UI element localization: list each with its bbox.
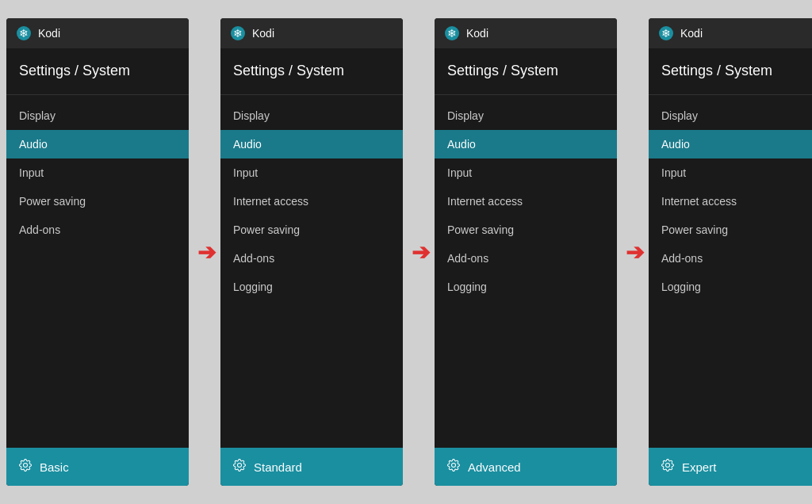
settings-header: Settings / System xyxy=(435,48,617,95)
settings-level-label: Standard xyxy=(254,460,302,474)
settings-header-text: Settings / System xyxy=(661,63,772,78)
gear-icon xyxy=(447,459,460,475)
menu-item-internet-access[interactable]: Internet access xyxy=(435,187,617,216)
settings-level-label: Basic xyxy=(40,460,69,474)
settings-header-text: Settings / System xyxy=(447,63,558,78)
svg-text:❄: ❄ xyxy=(447,27,457,40)
settings-level-footer[interactable]: Basic xyxy=(6,448,189,486)
menu-item-power-saving[interactable]: Power saving xyxy=(435,216,617,244)
titlebar: ❄ Kodi xyxy=(649,18,812,48)
screen-wrapper-3: ❄ Kodi Settings / SystemDisplayAudioInpu… xyxy=(649,18,812,486)
menu-item-power-saving[interactable]: Power saving xyxy=(220,216,403,244)
menu-item-internet-access[interactable]: Internet access xyxy=(649,187,812,216)
settings-header-text: Settings / System xyxy=(19,63,130,78)
settings-level-label: Advanced xyxy=(468,460,521,474)
menu-item-input[interactable]: Input xyxy=(220,158,403,187)
screen-wrapper-1: ❄ Kodi Settings / SystemDisplayAudioInpu… xyxy=(220,18,435,486)
kodi-screen-expert: ❄ Kodi Settings / SystemDisplayAudioInpu… xyxy=(649,18,812,486)
settings-level-footer[interactable]: Expert xyxy=(649,448,812,486)
titlebar: ❄ Kodi xyxy=(220,18,403,48)
menu-item-add-ons[interactable]: Add-ons xyxy=(220,244,403,273)
settings-header: Settings / System xyxy=(649,48,812,95)
menu-item-add-ons[interactable]: Add-ons xyxy=(6,216,189,244)
titlebar: ❄ Kodi xyxy=(6,18,189,48)
menu-item-input[interactable]: Input xyxy=(649,158,812,187)
menu-item-logging[interactable]: Logging xyxy=(435,273,617,301)
right-arrow-icon: ➔ xyxy=(197,239,216,265)
menu-item-audio[interactable]: Audio xyxy=(649,130,812,158)
settings-header: Settings / System xyxy=(6,48,189,95)
settings-menu: DisplayAudioInputInternet accessPower sa… xyxy=(220,95,403,448)
menu-item-power-saving[interactable]: Power saving xyxy=(6,187,189,216)
menu-item-audio[interactable]: Audio xyxy=(6,130,189,158)
kodi-logo-icon: ❄ xyxy=(444,25,460,41)
arrow-2: ➔ xyxy=(620,239,649,265)
gear-icon xyxy=(661,459,674,475)
menu-item-audio[interactable]: Audio xyxy=(220,130,403,158)
menu-item-audio[interactable]: Audio xyxy=(435,130,617,158)
settings-level-label: Expert xyxy=(682,460,716,474)
screen-wrapper-0: ❄ Kodi Settings / SystemDisplayAudioInpu… xyxy=(6,18,220,486)
arrow-1: ➔ xyxy=(406,239,435,265)
menu-item-input[interactable]: Input xyxy=(435,158,617,187)
settings-level-footer[interactable]: Advanced xyxy=(435,448,617,486)
menu-item-display[interactable]: Display xyxy=(6,101,189,130)
settings-header-text: Settings / System xyxy=(233,63,344,78)
settings-menu: DisplayAudioInputInternet accessPower sa… xyxy=(649,95,812,448)
menu-item-display[interactable]: Display xyxy=(220,101,403,130)
settings-header: Settings / System xyxy=(220,48,403,95)
gear-icon xyxy=(233,459,246,475)
right-arrow-icon: ➔ xyxy=(626,239,644,265)
kodi-logo-icon: ❄ xyxy=(16,25,32,41)
settings-menu: DisplayAudioInputInternet accessPower sa… xyxy=(435,95,617,448)
svg-text:❄: ❄ xyxy=(233,27,243,40)
app-title: Kodi xyxy=(680,27,703,40)
titlebar: ❄ Kodi xyxy=(435,18,617,48)
settings-menu: DisplayAudioInputPower savingAdd-ons xyxy=(6,95,189,448)
menu-item-power-saving[interactable]: Power saving xyxy=(649,216,812,244)
kodi-screen-advanced: ❄ Kodi Settings / SystemDisplayAudioInpu… xyxy=(435,18,617,486)
svg-text:❄: ❄ xyxy=(661,27,671,40)
kodi-screen-standard: ❄ Kodi Settings / SystemDisplayAudioInpu… xyxy=(220,18,403,486)
svg-text:❄: ❄ xyxy=(19,27,29,40)
gear-icon xyxy=(19,459,32,475)
menu-item-logging[interactable]: Logging xyxy=(220,273,403,301)
kodi-screen-basic: ❄ Kodi Settings / SystemDisplayAudioInpu… xyxy=(6,18,189,486)
main-container: ❄ Kodi Settings / SystemDisplayAudioInpu… xyxy=(0,0,812,504)
settings-level-footer[interactable]: Standard xyxy=(220,448,403,486)
kodi-logo-icon: ❄ xyxy=(658,25,674,41)
menu-item-display[interactable]: Display xyxy=(649,101,812,130)
app-title: Kodi xyxy=(466,27,488,40)
screen-wrapper-2: ❄ Kodi Settings / SystemDisplayAudioInpu… xyxy=(435,18,649,486)
kodi-logo-icon: ❄ xyxy=(230,25,246,41)
menu-item-add-ons[interactable]: Add-ons xyxy=(649,244,812,273)
menu-item-display[interactable]: Display xyxy=(435,101,617,130)
app-title: Kodi xyxy=(38,27,60,40)
menu-item-logging[interactable]: Logging xyxy=(649,273,812,301)
app-title: Kodi xyxy=(252,27,274,40)
menu-item-add-ons[interactable]: Add-ons xyxy=(435,244,617,273)
menu-item-internet-access[interactable]: Internet access xyxy=(220,187,403,216)
right-arrow-icon: ➔ xyxy=(412,239,430,265)
arrow-0: ➔ xyxy=(192,239,220,265)
menu-item-input[interactable]: Input xyxy=(6,158,189,187)
